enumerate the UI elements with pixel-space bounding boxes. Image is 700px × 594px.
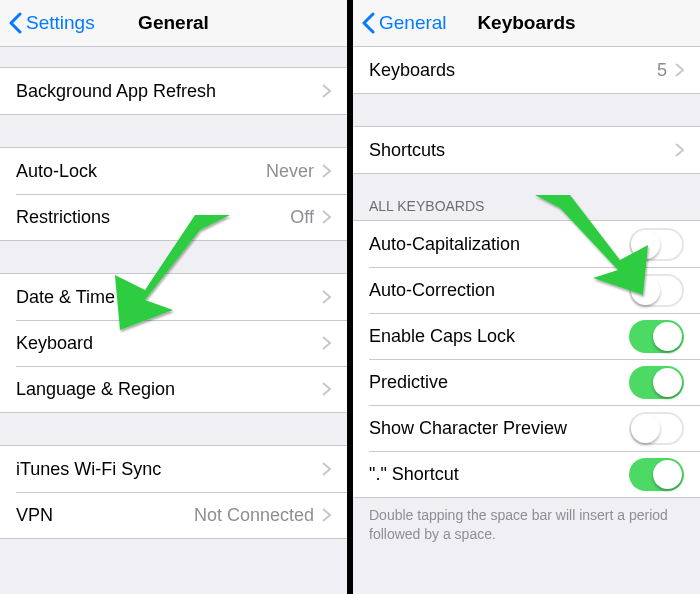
screen-right-keyboards: General Keyboards Keyboards 5 Shortcuts … [353,0,700,594]
nav-bar: Settings General [0,0,347,47]
switch-label: Auto-Correction [369,280,629,301]
cell-switch-shortcut: "." Shortcut [353,451,700,497]
toggle-show-character-preview[interactable] [629,412,684,445]
chevron-right-icon [322,210,331,224]
group-date-keyboard-lang: Date & Time Keyboard Language & Region [0,273,347,413]
back-label: General [379,12,447,34]
screen-left-general: Settings General Background App Refresh … [0,0,347,594]
chevron-right-icon [322,84,331,98]
cell-switch-auto-correction: Auto-Correction [353,267,700,313]
cell-value: Never [266,161,314,182]
cell-keyboard[interactable]: Keyboard [0,320,347,366]
chevron-right-icon [322,462,331,476]
cell-restrictions[interactable]: Restrictions Off [0,194,347,240]
cell-switch-auto-capitalization: Auto-Capitalization [353,221,700,267]
cell-switch-show-character-preview: Show Character Preview [353,405,700,451]
switch-label: "." Shortcut [369,464,629,485]
switch-label: Predictive [369,372,629,393]
toggle-shortcut[interactable] [629,458,684,491]
cell-label: Restrictions [16,207,290,228]
chevron-right-icon [322,508,331,522]
group-bg-refresh: Background App Refresh [0,67,347,115]
back-label: Settings [26,12,95,34]
group-shortcuts: Shortcuts [353,126,700,174]
group-all-keyboards-switches: Auto-CapitalizationAuto-CorrectionEnable… [353,220,700,498]
cell-label: Shortcuts [369,140,675,161]
cell-label: iTunes Wi-Fi Sync [16,459,322,480]
toggle-auto-capitalization[interactable] [629,228,684,261]
back-button[interactable]: Settings [8,0,95,46]
cell-label: Date & Time [16,287,322,308]
chevron-left-icon [8,12,22,34]
switch-label: Show Character Preview [369,418,629,439]
cell-switch-enable-caps-lock: Enable Caps Lock [353,313,700,359]
switch-label: Auto-Capitalization [369,234,629,255]
chevron-left-icon [361,12,375,34]
chevron-right-icon [322,164,331,178]
section-footer: Double tapping the space bar will insert… [353,498,700,552]
nav-bar: General Keyboards [353,0,700,47]
cell-label: Keyboard [16,333,322,354]
cell-value: Off [290,207,314,228]
cell-itunes-wifi-sync[interactable]: iTunes Wi-Fi Sync [0,446,347,492]
group-keyboards: Keyboards 5 [353,47,700,94]
cell-value: Not Connected [194,505,314,526]
chevron-right-icon [675,143,684,157]
cell-value: 5 [657,60,667,81]
chevron-right-icon [675,63,684,77]
cell-label: Keyboards [369,60,657,81]
cell-auto-lock[interactable]: Auto-Lock Never [0,148,347,194]
section-header-all-keyboards: ALL KEYBOARDS [353,194,700,220]
cell-background-app-refresh[interactable]: Background App Refresh [0,68,347,114]
group-lock-restrictions: Auto-Lock Never Restrictions Off [0,147,347,241]
cell-date-time[interactable]: Date & Time [0,274,347,320]
toggle-enable-caps-lock[interactable] [629,320,684,353]
switch-label: Enable Caps Lock [369,326,629,347]
back-button[interactable]: General [361,0,447,46]
chevron-right-icon [322,382,331,396]
group-itunes-vpn: iTunes Wi-Fi Sync VPN Not Connected [0,445,347,539]
cell-shortcuts[interactable]: Shortcuts [353,127,700,173]
cell-keyboards-count[interactable]: Keyboards 5 [353,47,700,93]
cell-vpn[interactable]: VPN Not Connected [0,492,347,538]
toggle-predictive[interactable] [629,366,684,399]
chevron-right-icon [322,336,331,350]
cell-label: Auto-Lock [16,161,266,182]
screenshot-stage: Settings General Background App Refresh … [0,0,700,594]
cell-language-region[interactable]: Language & Region [0,366,347,412]
cell-label: Language & Region [16,379,322,400]
cell-label: Background App Refresh [16,81,322,102]
chevron-right-icon [322,290,331,304]
cell-switch-predictive: Predictive [353,359,700,405]
cell-label: VPN [16,505,194,526]
toggle-auto-correction[interactable] [629,274,684,307]
